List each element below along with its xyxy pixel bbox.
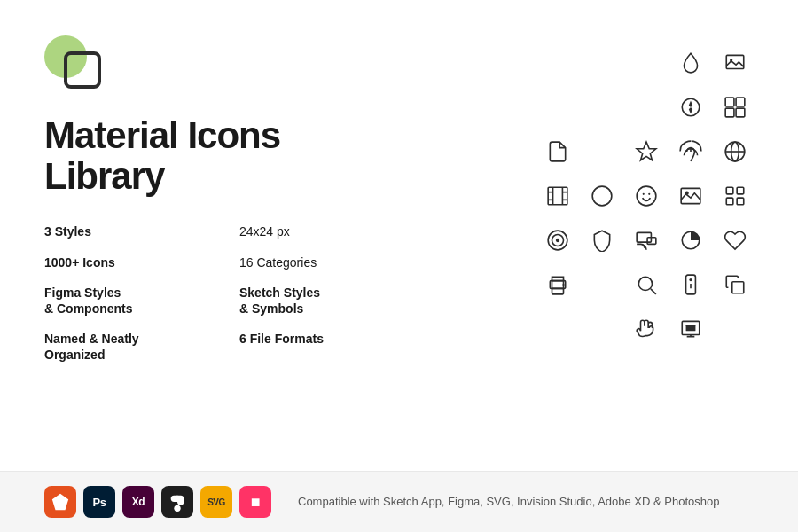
product-title: Material Icons Library [44,115,417,197]
footer-bar: Ps Xd SVG ■ Compatible with Sketch App, … [0,471,798,532]
icon-film [539,177,576,215]
icon-compass [672,89,709,126]
icon-brightness [672,310,709,348]
icon-fingerprint [672,133,709,170]
icons-grid [539,44,754,392]
svg-marker-9 [637,142,656,160]
icon-image [716,44,754,82]
title-line1: Material Icons [44,114,280,156]
svg-rect-36 [552,288,564,294]
svg-rect-0 [726,55,744,68]
icon-check-circle [583,177,621,215]
spec-formats: 6 File Formats [239,331,417,363]
spec-icons: 1000+ Icons [44,254,222,270]
icon-target [539,222,576,259]
spec-sketch: Sketch Styles& Symbols [239,285,417,317]
spec-named: Named & NeatlyOrganized [44,331,222,363]
sketch-icon [44,486,76,518]
spec-named-label: Named & NeatlyOrganized [44,331,222,363]
icon-search [628,266,665,303]
icon-info-device [672,266,709,303]
svg-rect-29 [737,198,744,205]
icon-shield [583,222,621,259]
title-line2: Library [44,155,164,197]
svg-point-23 [648,193,650,195]
spec-figma-label: Figma Styles& Components [44,285,222,317]
xd-icon: Xd [122,486,154,518]
svg-point-22 [643,193,645,195]
icon-dashboard [716,177,754,215]
icon-star [628,133,665,170]
svg-rect-8 [736,108,745,117]
specs-grid: 3 Styles 24x24 px 1000+ Icons 16 Categor… [44,223,417,363]
icon-globe [716,133,754,170]
svg-marker-4 [689,107,692,114]
icon-settings [716,89,754,126]
svg-icon: SVG [200,486,232,518]
spec-formats-label: 6 File Formats [239,331,417,347]
svg-rect-27 [737,187,744,194]
svg-point-48 [177,498,184,505]
svg-point-1 [730,59,732,61]
svg-rect-46 [686,325,696,332]
svg-rect-28 [726,198,733,205]
svg-point-39 [638,277,652,290]
icon-copy [716,266,754,303]
svg-point-38 [562,284,564,286]
svg-rect-7 [725,108,734,117]
svg-rect-26 [726,187,733,194]
invision-icon: ■ [239,486,271,518]
spec-styles: 3 Styles [44,223,222,239]
svg-rect-5 [725,98,734,106]
svg-rect-6 [736,98,745,106]
spec-icons-label: 1000+ Icons [44,254,222,270]
icon-opacity [672,44,709,82]
app-icons-row: Ps Xd SVG ■ [44,486,271,518]
photoshop-icon: Ps [83,486,115,518]
left-panel: Material Icons Library 3 Styles 24x24 px… [44,35,417,453]
svg-marker-47 [52,494,68,510]
right-panel [417,35,754,453]
spec-figma: Figma Styles& Components [44,285,222,317]
icon-pie-chart [672,222,709,259]
spec-size: 24x24 px [239,223,417,239]
logo-area [44,35,115,98]
icon-print [539,266,576,303]
icon-heart [716,222,754,259]
svg-point-21 [637,186,656,206]
svg-marker-3 [689,100,692,107]
svg-point-32 [556,239,559,242]
svg-rect-44 [732,282,744,293]
spec-sketch-label: Sketch Styles& Symbols [239,285,417,317]
spec-size-value: 24x24 px [239,223,417,239]
compat-text: Compatible with Sketch App, Figma, SVG, … [298,493,719,511]
icon-face [628,177,665,215]
spec-categories: 16 Categories [239,254,417,270]
logo-rect [64,51,101,89]
icon-file [539,133,576,170]
svg-line-40 [651,289,656,294]
main-content: Material Icons Library 3 Styles 24x24 px… [0,0,798,471]
spec-styles-label: 3 Styles [44,223,222,239]
svg-point-25 [685,192,689,195]
svg-rect-13 [548,187,567,205]
icon-landscape [672,177,709,215]
icon-hand [628,310,665,348]
figma-icon [161,486,193,518]
spec-categories-value: 16 Categories [239,254,417,270]
icon-cast [628,222,665,259]
